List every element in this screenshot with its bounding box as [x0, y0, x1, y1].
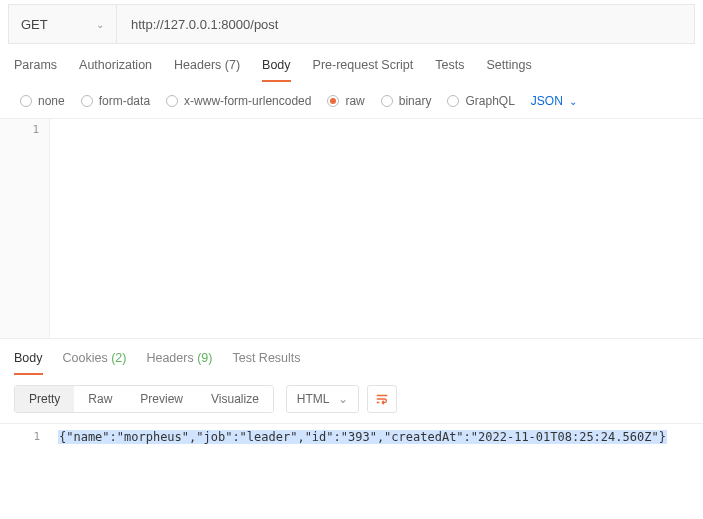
tab-params[interactable]: Params	[14, 58, 57, 82]
response-lang-select[interactable]: HTML ⌄	[286, 385, 359, 413]
view-preview[interactable]: Preview	[126, 386, 197, 412]
response-gutter: 1	[0, 424, 50, 450]
request-tabs: Params Authorization Headers (7) Body Pr…	[0, 44, 703, 82]
tab-settings[interactable]: Settings	[486, 58, 531, 82]
chevron-down-icon: ⌄	[569, 96, 577, 107]
wrap-icon	[375, 392, 389, 406]
body-type-row: none form-data x-www-form-urlencoded raw…	[0, 82, 703, 118]
response-section: Body Cookies (2) Headers (9) Test Result…	[0, 338, 703, 450]
radio-raw[interactable]: raw	[327, 94, 364, 108]
radio-icon	[447, 95, 459, 107]
line-number: 1	[0, 430, 40, 443]
response-text: {"name":"morpheus","job":"leader","id":"…	[58, 430, 667, 444]
tab-prerequest[interactable]: Pre-request Script	[313, 58, 414, 82]
resp-tab-headers[interactable]: Headers (9)	[146, 351, 212, 375]
view-pretty[interactable]: Pretty	[15, 386, 74, 412]
response-tabs: Body Cookies (2) Headers (9) Test Result…	[0, 339, 703, 375]
raw-format-value: JSON	[531, 94, 563, 108]
radio-icon	[166, 95, 178, 107]
resp-tab-testresults[interactable]: Test Results	[232, 351, 300, 375]
wrap-lines-button[interactable]	[367, 385, 397, 413]
view-raw[interactable]: Raw	[74, 386, 126, 412]
http-method-value: GET	[21, 17, 48, 32]
editor-gutter: 1	[0, 119, 50, 338]
response-body: 1 {"name":"morpheus","job":"leader","id"…	[0, 423, 703, 450]
tab-authorization[interactable]: Authorization	[79, 58, 152, 82]
radio-binary[interactable]: binary	[381, 94, 432, 108]
radio-icon	[20, 95, 32, 107]
resp-tab-body[interactable]: Body	[14, 351, 43, 375]
radio-xform[interactable]: x-www-form-urlencoded	[166, 94, 311, 108]
radio-icon	[381, 95, 393, 107]
view-mode-buttons: Pretty Raw Preview Visualize	[14, 385, 274, 413]
raw-format-select[interactable]: JSON ⌄	[531, 94, 577, 108]
view-mode-row: Pretty Raw Preview Visualize HTML ⌄	[0, 375, 703, 423]
radio-none[interactable]: none	[20, 94, 65, 108]
tab-body[interactable]: Body	[262, 58, 291, 82]
line-number: 1	[0, 123, 39, 136]
response-lang-value: HTML	[297, 392, 330, 406]
tab-tests[interactable]: Tests	[435, 58, 464, 82]
radio-icon	[327, 95, 339, 107]
request-body-editor[interactable]: 1	[0, 118, 703, 338]
radio-icon	[81, 95, 93, 107]
request-bar: GET ⌄	[8, 4, 695, 44]
editor-content[interactable]	[50, 119, 703, 338]
view-visualize[interactable]: Visualize	[197, 386, 273, 412]
chevron-down-icon: ⌄	[338, 392, 348, 406]
radio-formdata[interactable]: form-data	[81, 94, 150, 108]
resp-tab-cookies[interactable]: Cookies (2)	[63, 351, 127, 375]
chevron-down-icon: ⌄	[96, 19, 104, 30]
url-input[interactable]	[117, 5, 694, 43]
radio-graphql[interactable]: GraphQL	[447, 94, 514, 108]
http-method-select[interactable]: GET ⌄	[9, 5, 117, 43]
response-content[interactable]: {"name":"morpheus","job":"leader","id":"…	[50, 424, 703, 450]
tab-headers[interactable]: Headers (7)	[174, 58, 240, 82]
